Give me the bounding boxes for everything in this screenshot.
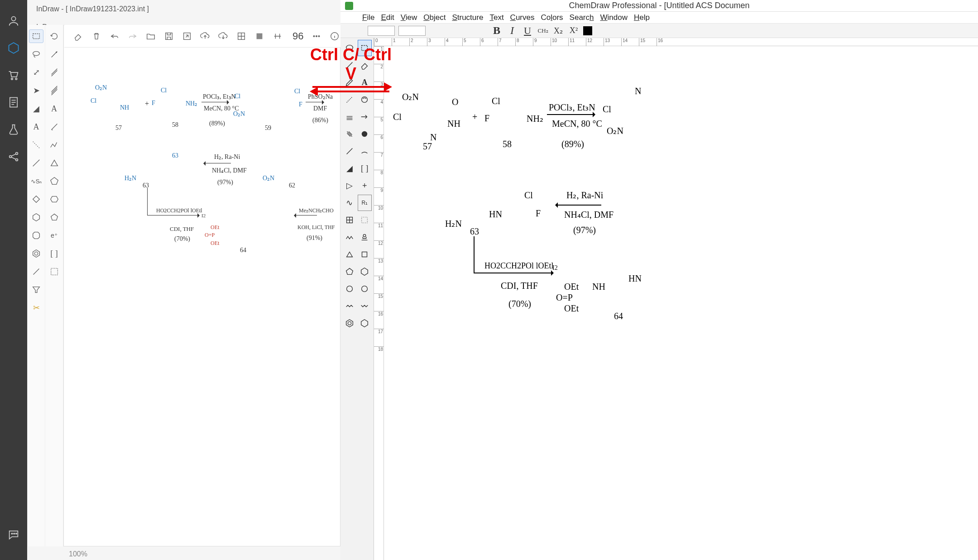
- chain-icon[interactable]: ∿Sₙ: [29, 174, 43, 188]
- bond-slash-icon[interactable]: [47, 48, 62, 61]
- menu-colors[interactable]: Colors: [541, 13, 563, 22]
- menu-object[interactable]: Object: [423, 13, 446, 22]
- cd-table-icon[interactable]: [342, 212, 357, 228]
- benzene-icon[interactable]: [29, 247, 43, 260]
- size-dropdown[interactable]: [398, 26, 426, 36]
- hexagon-icon[interactable]: [29, 211, 43, 224]
- fill-swatch-icon[interactable]: [254, 30, 264, 43]
- cd-hexagon2-icon[interactable]: [358, 263, 372, 280]
- pentagon2-icon[interactable]: [47, 211, 62, 224]
- half-wedge-icon[interactable]: [47, 120, 62, 134]
- line-tool-icon[interactable]: [29, 265, 43, 278]
- bracket-icon[interactable]: [ ]: [47, 247, 62, 260]
- align-right-icon[interactable]: [460, 25, 472, 36]
- select-rect-icon[interactable]: [29, 29, 43, 43]
- grid-icon[interactable]: [236, 30, 246, 43]
- menu-search[interactable]: Search: [570, 13, 594, 22]
- cd-chair-icon[interactable]: [342, 298, 357, 314]
- cd-multibond-icon[interactable]: [342, 109, 357, 125]
- dotgrid-icon[interactable]: [47, 265, 62, 278]
- align-justify-icon[interactable]: [475, 25, 487, 36]
- cd-eraser-icon[interactable]: [358, 57, 372, 73]
- color-swatch[interactable]: [583, 26, 592, 35]
- upload-icon[interactable]: [200, 30, 210, 43]
- export-icon[interactable]: [182, 30, 192, 43]
- scissors-icon[interactable]: ✂: [29, 301, 43, 315]
- polyline-icon[interactable]: [47, 138, 62, 152]
- flask-icon[interactable]: [6, 122, 21, 137]
- rotate-icon[interactable]: [47, 29, 62, 43]
- cd-arc-icon[interactable]: [358, 143, 372, 159]
- formula-ch2-button[interactable]: CH₂: [537, 25, 549, 36]
- cd-square-icon[interactable]: [358, 246, 372, 263]
- cyclohex-icon[interactable]: [47, 192, 62, 206]
- diamond-icon[interactable]: [29, 192, 43, 206]
- menu-curves[interactable]: Curves: [510, 13, 535, 22]
- cd-play-icon[interactable]: ▷: [342, 177, 357, 194]
- cd-benzene2-icon[interactable]: [342, 315, 357, 331]
- cd-circle2-icon[interactable]: [358, 281, 372, 297]
- cd-bracket-icon[interactable]: [ ]: [358, 160, 372, 177]
- align-left-icon[interactable]: [429, 25, 441, 36]
- eraser-icon[interactable]: [73, 30, 83, 43]
- download-icon[interactable]: [218, 30, 228, 43]
- hex-icon[interactable]: [6, 41, 21, 55]
- font-dropdown[interactable]: [368, 26, 395, 36]
- menu-file[interactable]: File: [362, 13, 374, 22]
- move-icon[interactable]: ⤢: [29, 66, 43, 79]
- indraw-canvas[interactable]: O₂N Cl NH 57 + F Cl NH₂ 58 POCl₃, Et₃N M…: [63, 25, 340, 546]
- double-bond-icon[interactable]: [47, 66, 62, 79]
- cart-icon[interactable]: [6, 68, 21, 82]
- cd-hash-icon[interactable]: [342, 126, 357, 142]
- chemdraw-canvas[interactable]: O₂N Cl NH N O 57 + F Cl NH₂ 58 POCl₃, Et…: [384, 46, 978, 560]
- cd-lasso-icon[interactable]: [342, 40, 357, 56]
- underline-button[interactable]: U: [522, 25, 533, 36]
- undo-icon[interactable]: [110, 30, 120, 43]
- octagon-icon[interactable]: [29, 229, 43, 242]
- cd-pen-icon[interactable]: [342, 74, 357, 91]
- dotted-bond-icon[interactable]: [29, 138, 43, 152]
- cd-dot-icon[interactable]: [358, 126, 372, 142]
- menu-window[interactable]: Window: [600, 13, 628, 22]
- cd-pentagon-icon[interactable]: [342, 263, 357, 280]
- chat-icon[interactable]: [6, 527, 21, 542]
- lasso-icon[interactable]: [29, 48, 43, 61]
- align-center-icon[interactable]: [445, 25, 456, 36]
- triple-bond-icon[interactable]: [47, 84, 62, 97]
- menu-view[interactable]: View: [401, 13, 417, 22]
- menu-structure[interactable]: Structure: [452, 13, 483, 22]
- menu-text[interactable]: Text: [489, 13, 503, 22]
- cd-bond-icon[interactable]: [342, 57, 357, 73]
- cd-circle-icon[interactable]: [342, 281, 357, 297]
- cd-triangle2-icon[interactable]: [342, 246, 357, 263]
- funnel-icon[interactable]: [29, 283, 43, 297]
- subscript-button[interactable]: X₂: [552, 25, 564, 36]
- cd-plus-icon[interactable]: +: [358, 177, 372, 194]
- triangle-icon[interactable]: [47, 156, 62, 170]
- cd-arrow-icon[interactable]: [358, 109, 372, 125]
- cd-stamp-icon[interactable]: [358, 229, 372, 245]
- share-icon[interactable]: [6, 149, 21, 164]
- redo-icon[interactable]: [128, 30, 138, 43]
- menu-help[interactable]: Help: [634, 13, 650, 22]
- more-icon[interactable]: [312, 30, 321, 43]
- cd-r1-icon[interactable]: R₁: [358, 195, 372, 211]
- info-icon[interactable]: [330, 30, 340, 43]
- open-icon[interactable]: [146, 30, 156, 43]
- cd-dots-icon[interactable]: [358, 212, 372, 228]
- cd-cyclo-icon[interactable]: [358, 315, 372, 331]
- trash-icon[interactable]: [91, 30, 101, 43]
- save-icon[interactable]: [164, 30, 174, 43]
- wedge-icon[interactable]: ◢: [29, 102, 43, 115]
- cd-wedge-icon[interactable]: ◢: [342, 160, 357, 177]
- cd-dashes-icon[interactable]: [342, 91, 357, 108]
- cd-wave-icon[interactable]: ∿: [342, 195, 357, 211]
- cd-template-icon[interactable]: [358, 91, 372, 108]
- document-icon[interactable]: [6, 95, 21, 110]
- arrow-head-icon[interactable]: ➤: [29, 84, 43, 97]
- align-icon[interactable]: [273, 30, 283, 43]
- cd-boat-icon[interactable]: [358, 298, 372, 314]
- cd-text-icon[interactable]: A: [358, 74, 372, 91]
- italic-button[interactable]: I: [506, 25, 518, 36]
- cd-marquee-icon[interactable]: [358, 40, 372, 56]
